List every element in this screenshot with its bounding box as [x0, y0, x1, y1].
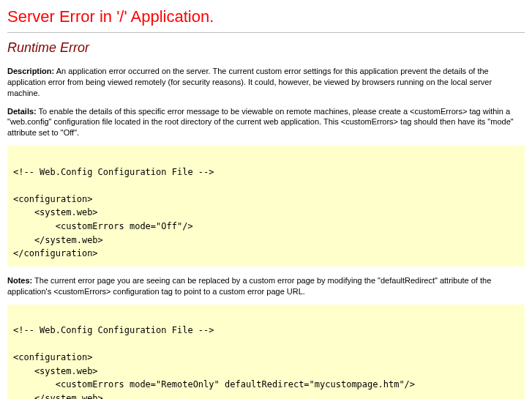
details-text: To enable the details of this specific e… [7, 107, 514, 138]
description-text: An application error occurred on the ser… [7, 67, 492, 97]
description-label: Description: [7, 67, 54, 75]
description-section: Description: An application error occurr… [7, 66, 525, 99]
details-section: Details: To enable the details of this s… [7, 106, 525, 139]
divider [7, 32, 525, 33]
config-code-1: <!-- Web.Config Configuration File --> <… [7, 146, 525, 266]
notes-text: The current error page you are seeing ca… [7, 276, 491, 296]
runtime-error-heading: Runtime Error [7, 40, 525, 56]
server-error-title: Server Error in '/' Application. [7, 7, 525, 29]
config-code-2: <!-- Web.Config Configuration File --> <… [7, 305, 525, 400]
notes-section: Notes: The current error page you are se… [7, 275, 525, 297]
details-label: Details: [7, 107, 37, 116]
notes-label: Notes: [7, 276, 32, 285]
